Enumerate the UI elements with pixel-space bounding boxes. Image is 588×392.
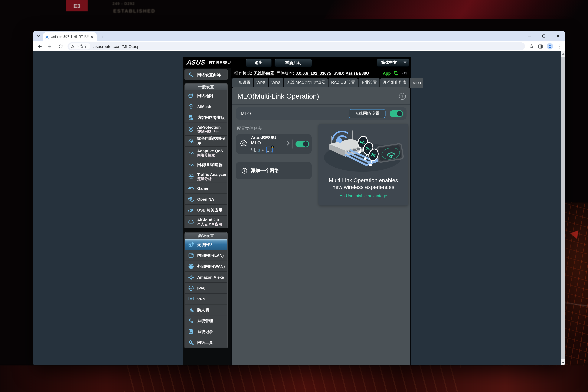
sidebar-item-label: 无线网络 [197,242,213,247]
language-select[interactable]: 简体中文 [377,58,409,67]
add-network-button[interactable]: 添加一个网络 [236,162,312,179]
wireless-settings-button[interactable]: 无线网络设置 [349,109,386,118]
wifi-profile-icon [239,139,248,149]
tab-WDS[interactable]: WDS [269,78,284,87]
sidebar-item-label: 内部网络(LAN) [197,253,224,258]
firmware-value-link[interactable]: 3.0.0.6_102_33675 [296,71,331,75]
sidebar-section: 高级设置无线网络内部网络(LAN)外部网络(WAN)Amazon AlexaIP… [184,232,228,348]
sidebar-item-open-nat[interactable]: Open NAT [185,194,227,204]
client-count: 1 [258,148,260,152]
sidebar-item-label: AiMesh [197,104,211,109]
tab-漫游阻止列表[interactable]: 漫游阻止列表 [380,78,409,87]
sidebar-item-aicloud[interactable]: AiCloud 2.0个人云 2.0 应用 [185,215,227,228]
security-chip[interactable]: 不安全 [69,43,90,50]
new-tab-button[interactable]: + [99,33,106,40]
reboot-button[interactable]: 重新启动 [274,58,312,67]
aicloud-icon [188,218,194,225]
mode-value-link[interactable]: 无线路由器 [254,70,274,76]
router-info-bar: 操作模式: 无线路由器 固件版本: 3.0.0.6_102_33675 SSID… [231,68,412,78]
sidebar-item-system-log[interactable]: 系统记录 [185,326,227,337]
sidebar-item-label: Adaptive QoS [197,148,223,153]
tab-close-icon[interactable]: ✕ [89,34,94,39]
browser-tab[interactable]: 华硕无线路由器 RT-BE88U - M ✕ [43,32,97,41]
sidebar-item-label: 防火墙 [197,308,209,312]
sidebar-item-uu-accelerator[interactable]: 网易UU加速器 [185,159,227,170]
tab-一般设置[interactable]: 一般设置 [232,78,253,87]
tab-MLO[interactable]: MLO [410,78,424,88]
tab-专业设置[interactable]: 专业设置 [358,78,380,87]
sidebar-item-label: 系统管理 [197,318,213,323]
client-devices-icon [251,148,256,152]
sidebar-section-title: 高级设置 [185,232,227,239]
app-qr-icon[interactable] [393,70,399,76]
scroll-down-icon[interactable] [561,360,565,365]
scrollbar-thumb[interactable] [562,56,565,359]
sidebar-item-firewall[interactable]: 防火墙 [185,304,227,315]
sidebar: 网络设置向导 一般设置网络地图AiMesh访客网路专业版AiProtection… [183,68,231,365]
window-close-button[interactable] [551,31,565,41]
uu-accelerator-icon [188,162,194,168]
bookmark-star-icon[interactable] [529,44,534,49]
sidebar-item-aiprotection[interactable]: AiProtection智能网络卫士 [185,123,227,135]
sidebar-item-wizard[interactable]: 网络设置向导 [184,69,228,80]
sidebar-item-label: 家长电脑控制程序 [197,136,227,146]
sidebar-item-ipv6[interactable]: IPv6IPv6 [185,282,227,293]
logout-button[interactable]: 退出 [246,58,272,67]
back-icon[interactable] [35,42,44,50]
sidebar-item-label: USB 相关应用 [197,208,222,212]
sidebar-item-label: 网络地图 [197,93,213,98]
scroll-up-icon[interactable] [561,52,565,56]
tab-无线 MAC 地址过滤器[interactable]: 无线 MAC 地址过滤器 [284,78,328,87]
sidebar-item-lan[interactable]: 内部网络(LAN) [185,250,227,261]
app-label[interactable]: App [383,71,391,75]
profile-toggle[interactable] [296,140,309,147]
window-maximize-button[interactable] [536,31,551,41]
forward-icon[interactable] [46,42,54,50]
reload-icon[interactable] [56,42,64,50]
router-header: ASUS RT-BE88U 退出 重新启动 简体中文 [183,57,412,68]
tab-search-chevron-icon[interactable] [35,32,42,39]
sidebar-item-wan[interactable]: 外部网络(WAN) [185,261,227,272]
mlo-toggle[interactable] [390,110,403,117]
sidebar-item-game[interactable]: Game [185,182,227,194]
aimesh-icon [188,104,194,110]
sidebar-item-usb-apps[interactable]: USB 相关应用 [185,204,227,215]
browser-menu-icon[interactable]: ⋮ [557,44,562,49]
profile-avatar[interactable] [547,43,553,50]
sidebar-item-label: Amazon Alexa [197,275,224,280]
sidebar-item-aimesh[interactable]: AiMesh [185,101,227,112]
sidebar-item-label: Traffic Analyzer [197,172,226,177]
sidebar-item-label: Open NAT [197,197,216,202]
side-panel-icon[interactable] [538,44,543,49]
sidebar-item-label: 外部网络(WAN) [197,264,225,268]
ssid-value-link[interactable]: AsusBE88U [346,71,369,75]
sidebar-item-wireless[interactable]: 无线网络 [185,239,227,250]
sidebar-item-network-tools[interactable]: 网络工具 [185,337,227,348]
tab-title: 华硕无线路由器 RT-BE88U - M [51,34,89,39]
wallpaper-bottom-streaks [124,365,461,392]
sidebar-item-traffic-analyzer[interactable]: Traffic Analyzer流量分析 [185,170,227,182]
promo-subtitle[interactable]: An Undeniable advantage [318,194,408,198]
window-minimize-button[interactable] [522,31,536,41]
sidebar-item-alexa[interactable]: Amazon Alexa [185,272,227,282]
ssid-label: SSID: [333,71,344,75]
page-scrollbar[interactable] [561,52,565,365]
usb-apps-icon [188,207,194,213]
chevron-right-icon[interactable] [286,140,290,147]
sidebar-item-vpn[interactable]: VPN [185,293,227,304]
sidebar-item-system-admin[interactable]: 系统管理 [185,315,227,326]
help-icon[interactable]: ? [399,93,406,100]
mlo-profile-card[interactable]: AsusBE88U-MLO 1 ● MLO [236,134,312,154]
mlo-row-label: MLO [241,111,349,116]
tab-WPS[interactable]: WPS [254,78,268,87]
tab-RADIUS 设置[interactable]: RADIUS 设置 [328,78,358,87]
address-bar[interactable]: 不安全 asusrouter.com/MLO.asp [68,42,525,50]
lan-icon [188,252,194,258]
sidebar-item-network-map[interactable]: 网络地图 [185,90,227,101]
sidebar-item-parental-controls[interactable]: 家长电脑控制程序 [185,135,227,146]
sidebar-item-adaptive-qos[interactable]: Adaptive QoS网络监控家 [185,146,227,159]
usb-status-icon[interactable] [402,70,408,76]
sidebar-item-sublabel: 智能网络卫士 [197,129,221,134]
system-admin-icon [188,318,194,324]
sidebar-item-guest-network[interactable]: 访客网路专业版 [185,112,227,123]
